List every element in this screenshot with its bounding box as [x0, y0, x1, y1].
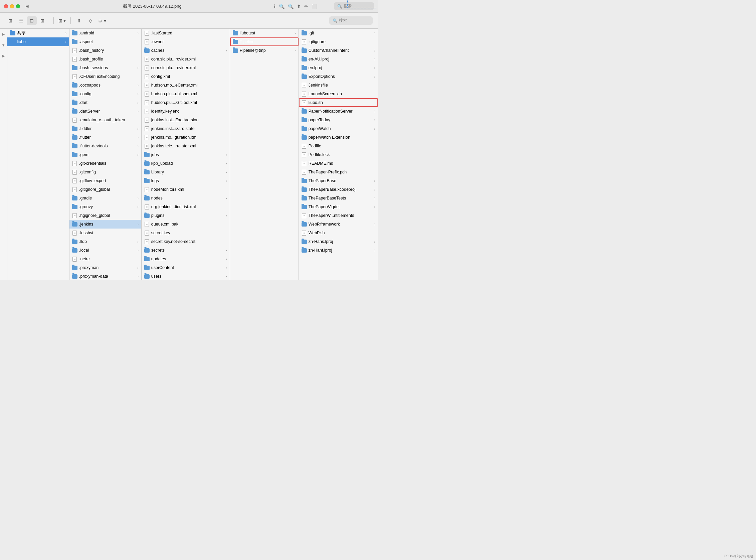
list-item[interactable]: .dart›: [69, 98, 141, 107]
list-item[interactable]: ≡.gitignore: [299, 37, 378, 46]
list-item[interactable]: hudson.plu...ublisher.xml: [142, 89, 230, 98]
list-item[interactable]: jenkins.mo...guration.xml: [142, 133, 230, 142]
grid-view-btn[interactable]: ⊞: [5, 16, 15, 25]
list-item[interactable]: WebP.framework›: [299, 220, 378, 228]
list-item[interactable]: .dartServer›: [69, 107, 141, 116]
list-item[interactable]: ≡.CFUserTextEncoding: [69, 72, 141, 81]
list-item[interactable]: en.lproj›: [299, 63, 378, 72]
info-icon[interactable]: ℹ: [274, 4, 275, 9]
column-view-btn[interactable]: ⊟: [27, 16, 37, 25]
list-item[interactable]: ThePaperBaseTests›: [299, 194, 378, 202]
list-item[interactable]: .jenkins›: [69, 220, 141, 228]
list-view-btn[interactable]: ☰: [16, 16, 26, 25]
list-item[interactable]: ≡.bash_profile: [69, 55, 141, 63]
list-item[interactable]: .local›: [69, 246, 141, 255]
list-item[interactable]: 共享 ›: [7, 29, 69, 37]
sidebar-down-arrow[interactable]: ▼: [2, 43, 5, 47]
list-item[interactable]: ThePaperBase›: [299, 176, 378, 185]
share-icon[interactable]: ⬆: [297, 4, 301, 9]
list-item[interactable]: paperWatch Extension›: [299, 133, 378, 142]
list-item[interactable]: ≡.gitflow_export: [69, 176, 141, 185]
list-item[interactable]: .gem›: [69, 151, 141, 159]
list-item[interactable]: ≡.emulator_c...auth_token: [69, 116, 141, 124]
list-item[interactable]: userContent›: [142, 263, 230, 272]
list-item[interactable]: ≡.gitignore_global: [69, 185, 141, 194]
list-item[interactable]: ≡WebP.sh: [299, 228, 378, 237]
list-item[interactable]: liubotest›: [230, 29, 298, 37]
close-button[interactable]: [4, 4, 8, 8]
share-toolbar-btn[interactable]: ⬆: [74, 16, 84, 25]
list-item[interactable]: Library›: [142, 168, 230, 176]
list-item[interactable]: .bash_sessions›: [69, 63, 141, 72]
list-item[interactable]: .aspnet: [69, 37, 141, 46]
list-item[interactable]: hudson.mo...eCenter.xml: [142, 81, 230, 89]
list-item[interactable]: .android›: [69, 29, 141, 37]
list-item[interactable]: nodes›: [142, 194, 230, 202]
list-item[interactable]: plugins›: [142, 211, 230, 220]
list-item[interactable]: ≡.gitconfig: [69, 168, 141, 176]
list-item[interactable]: zh-Hant.lproj›: [299, 246, 378, 255]
list-item[interactable]: caches›: [142, 46, 230, 55]
list-item[interactable]: ≡secret.key.not-so-secret: [142, 237, 230, 246]
list-item[interactable]: config.xml: [142, 72, 230, 81]
list-item[interactable]: CustomChannelIntent›: [299, 46, 378, 55]
list-item[interactable]: jenkins.tele...rrelator.xml: [142, 142, 230, 151]
list-item[interactable]: zh-Hans.lproj›: [299, 237, 378, 246]
zoom-out-icon[interactable]: 🔍: [288, 4, 294, 9]
list-item[interactable]: ≡LaunchScreen.xib: [299, 89, 378, 98]
list-item[interactable]: ≡.owner: [142, 37, 230, 46]
list-item[interactable]: ≡Podfile: [299, 142, 378, 151]
list-item[interactable]: .groovy›: [69, 202, 141, 211]
maximize-button[interactable]: [16, 4, 20, 8]
sidebar-toggle-icon[interactable]: ⊞: [25, 4, 29, 9]
list-item[interactable]: .flutter›: [69, 133, 141, 142]
list-item[interactable]: PaperNotificationServer›: [299, 107, 378, 116]
list-item[interactable]: ≡secret.key: [142, 228, 230, 237]
copy-icon[interactable]: ⬜: [312, 4, 317, 9]
list-item[interactable]: updates›: [142, 255, 230, 263]
list-item[interactable]: en-AU.lproj›: [299, 55, 378, 63]
list-item[interactable]: paperWatch›: [299, 124, 378, 133]
list-item[interactable]: ≡README.md: [299, 159, 378, 168]
list-item[interactable]: liubo ›: [7, 37, 69, 46]
list-item[interactable]: ≡.hgignore_global: [69, 211, 141, 220]
list-item[interactable]: ≡ThePaper-Prefix.pch: [299, 168, 378, 176]
list-item[interactable]: ≡jenkins.inst...ExecVersion: [142, 116, 230, 124]
list-item[interactable]: logs›: [142, 176, 230, 185]
sidebar-up-arrow[interactable]: ▶: [2, 32, 5, 36]
list-item[interactable]: .proxyman›: [69, 263, 141, 272]
minimize-button[interactable]: [10, 4, 14, 8]
zoom-in-icon[interactable]: 🔍: [279, 4, 285, 9]
list-item[interactable]: .fiddler›: [69, 124, 141, 133]
list-item[interactable]: .gradle›: [69, 194, 141, 202]
markup-icon[interactable]: ✏: [304, 4, 308, 9]
gallery-view-btn[interactable]: ⊞: [37, 16, 47, 25]
list-item[interactable]: com.sic.plu...rovider.xml: [142, 55, 230, 63]
list-item[interactable]: .lldb›: [69, 237, 141, 246]
list-item[interactable]: hudson.plu....GitTool.xml: [142, 98, 230, 107]
list-item[interactable]: ≡queue.xml.bak: [142, 220, 230, 228]
list-item[interactable]: ≡Jenkinsfile: [299, 81, 378, 89]
list-item[interactable]: ≡.bash_history: [69, 46, 141, 55]
list-item[interactable]: jobs›: [142, 151, 230, 159]
list-item[interactable]: nodeMonitors.xml: [142, 185, 230, 194]
sidebar-right-arrow[interactable]: ▶: [2, 54, 5, 58]
list-item[interactable]: .git›: [299, 29, 378, 37]
list-item[interactable]: ThePaperWigdet›: [299, 202, 378, 211]
list-item[interactable]: ≡ThePaperW...ntitlements: [299, 211, 378, 220]
list-item[interactable]: ≡.netrc: [69, 255, 141, 263]
list-item[interactable]: ≡jenkins.inst...izard.state: [142, 124, 230, 133]
list-item[interactable]: org.jenkins...tionList.xml: [142, 202, 230, 211]
list-item[interactable]: .flutter-devtools›: [69, 142, 141, 151]
list-item[interactable]: com.sic.plu...rovider.xml: [142, 63, 230, 72]
list-item[interactable]: .cocoapods›: [69, 81, 141, 89]
list-item[interactable]: ≡identity.key.enc: [142, 107, 230, 116]
list-item[interactable]: ≡.lastStarted: [142, 29, 230, 37]
list-item[interactable]: kpp_upload›: [142, 159, 230, 168]
list-item[interactable]: users›: [142, 272, 230, 280]
list-item[interactable]: Pipeline@tmp›: [230, 46, 298, 55]
list-item[interactable]: secrets›: [142, 246, 230, 255]
list-item[interactable]: ≡.lesshst: [69, 228, 141, 237]
list-item[interactable]: ExportOptions›: [299, 72, 378, 81]
tag-btn[interactable]: ◇: [85, 16, 96, 25]
